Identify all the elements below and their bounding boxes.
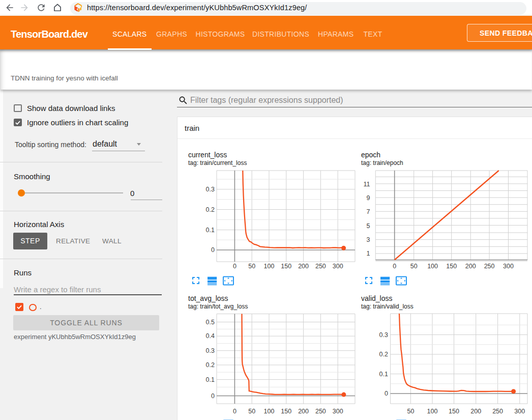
- svg-text:9: 9: [367, 194, 370, 202]
- svg-text:1: 1: [367, 250, 370, 257]
- svg-text:0.2: 0.2: [206, 206, 215, 213]
- svg-text:300: 300: [333, 263, 343, 270]
- svg-text:100: 100: [427, 263, 438, 270]
- svg-text:100: 100: [264, 408, 275, 415]
- svg-text:0.4: 0.4: [206, 332, 215, 340]
- svg-text:200: 200: [470, 408, 481, 415]
- svg-text:0.5: 0.5: [206, 319, 215, 326]
- svg-text:300: 300: [503, 263, 514, 270]
- svg-text:0: 0: [211, 393, 215, 400]
- svg-text:100: 100: [264, 263, 275, 270]
- svg-text:250: 250: [315, 408, 326, 415]
- svg-text:50: 50: [248, 408, 255, 415]
- svg-text:0.2: 0.2: [379, 351, 388, 358]
- svg-text:0: 0: [385, 390, 388, 397]
- svg-text:0: 0: [211, 246, 215, 254]
- svg-text:200: 200: [298, 408, 309, 415]
- svg-text:0.1: 0.1: [206, 227, 215, 234]
- svg-text:150: 150: [449, 408, 459, 415]
- svg-text:150: 150: [446, 263, 457, 270]
- svg-text:200: 200: [465, 263, 476, 270]
- svg-text:100: 100: [427, 408, 438, 415]
- svg-text:0.3: 0.3: [379, 331, 388, 339]
- svg-text:200: 200: [298, 263, 309, 270]
- svg-text:300: 300: [514, 408, 525, 415]
- svg-text:0: 0: [233, 263, 237, 270]
- svg-text:0.3: 0.3: [206, 186, 215, 193]
- svg-text:7: 7: [367, 208, 370, 215]
- svg-text:11: 11: [364, 181, 370, 188]
- svg-text:50: 50: [248, 263, 255, 270]
- svg-text:0: 0: [233, 408, 237, 415]
- svg-text:300: 300: [333, 408, 343, 415]
- svg-text:0.1: 0.1: [206, 376, 215, 383]
- svg-text:50: 50: [410, 263, 418, 270]
- svg-text:5: 5: [367, 222, 370, 230]
- svg-text:0.2: 0.2: [206, 361, 215, 369]
- svg-text:150: 150: [281, 408, 291, 415]
- svg-text:0: 0: [393, 263, 396, 270]
- svg-text:0.1: 0.1: [379, 371, 388, 378]
- svg-text:250: 250: [484, 263, 495, 270]
- svg-text:0.3: 0.3: [206, 347, 215, 354]
- svg-text:3: 3: [367, 236, 370, 243]
- svg-text:50: 50: [407, 408, 414, 415]
- svg-text:250: 250: [492, 408, 503, 415]
- svg-text:250: 250: [315, 263, 326, 270]
- svg-text:150: 150: [281, 263, 291, 270]
